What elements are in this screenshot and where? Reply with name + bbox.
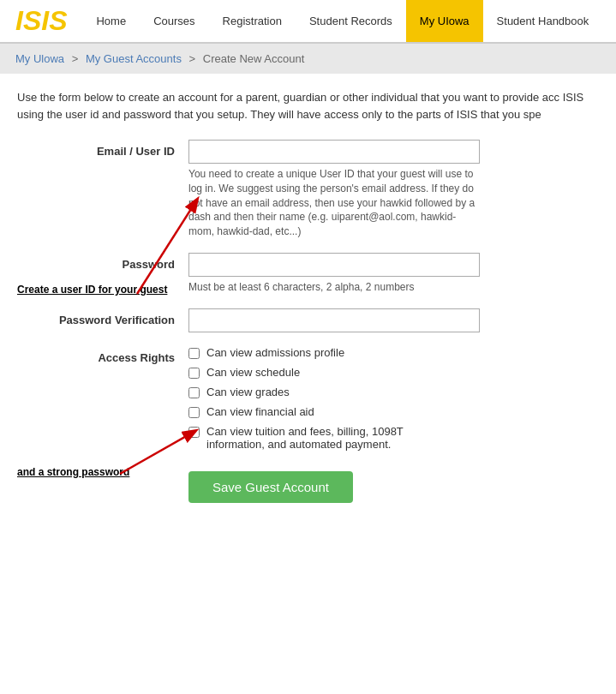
access-rights-area: Can view admissions profile Can view sch…	[188, 346, 599, 458]
password-verify-row: Password Verification	[17, 308, 599, 332]
checkbox-grades: Can view grades	[188, 386, 599, 398]
checkbox-admissions-input[interactable]	[188, 348, 200, 359]
main-nav: Home Courses Registration Student Record…	[82, 0, 602, 42]
checkbox-tuition-label: Can view tuition and fees, billing, 1098…	[206, 425, 446, 451]
nav-registration[interactable]: Registration	[209, 0, 296, 42]
password-annotation-text: and a strong password	[17, 466, 129, 478]
email-control-area: You need to create a unique User ID that…	[188, 140, 599, 239]
breadcrumb-sep2: >	[189, 52, 196, 65]
checkbox-schedule-input[interactable]	[188, 368, 200, 379]
logo: ISIS	[0, 5, 82, 37]
userid-annotation-text: Create a user ID for your guest	[17, 284, 167, 296]
checkbox-tuition: Can view tuition and fees, billing, 1098…	[188, 425, 599, 451]
password-verify-input[interactable]	[188, 308, 480, 332]
password-verify-label: Password Verification	[17, 308, 188, 326]
checkbox-grades-input[interactable]	[188, 387, 200, 398]
nav-courses[interactable]: Courses	[140, 0, 208, 42]
breadcrumb-current: Create New Account	[203, 52, 305, 65]
checkbox-admissions-label: Can view admissions profile	[206, 346, 344, 359]
email-hint: You need to create a unique User ID that…	[188, 167, 480, 239]
breadcrumb-guest-accounts[interactable]: My Guest Accounts	[86, 52, 182, 65]
email-row: Email / User ID You need to create a uni…	[17, 140, 599, 239]
breadcrumb: My Ulowa > My Guest Accounts > Create Ne…	[0, 44, 616, 74]
email-input[interactable]	[188, 140, 480, 164]
checkbox-tuition-input[interactable]	[188, 427, 200, 438]
checkbox-financial-aid-input[interactable]	[188, 407, 200, 418]
header: ISIS Home Courses Registration Student R…	[0, 0, 616, 44]
email-label: Email / User ID	[17, 140, 188, 158]
breadcrumb-myuiowa[interactable]: My Ulowa	[15, 52, 64, 65]
form-wrapper: Email / User ID You need to create a uni…	[17, 140, 599, 503]
breadcrumb-sep1: >	[72, 52, 79, 65]
nav-myuiowa[interactable]: My UIowa	[406, 0, 483, 42]
userid-annotation: Create a user ID for your guest	[17, 284, 167, 296]
password-control-area: Must be at least 6 characters, 2 alpha, …	[188, 253, 599, 295]
access-rights-row: Access Rights Can view admissions profil…	[17, 346, 599, 458]
checkbox-schedule: Can view schedule	[188, 366, 599, 379]
intro-text: Use the form below to create an account …	[17, 89, 599, 123]
save-guest-account-button[interactable]: Save Guest Account	[188, 471, 353, 503]
main-content: Use the form below to create an account …	[0, 74, 616, 518]
nav-student-handbook[interactable]: Student Handbook	[483, 0, 603, 42]
checkbox-admissions: Can view admissions profile	[188, 346, 599, 359]
nav-home[interactable]: Home	[82, 0, 140, 42]
form-actions: Save Guest Account	[188, 471, 599, 503]
password-hint: Must be at least 6 characters, 2 alpha, …	[188, 280, 480, 295]
password-annotation: and a strong password	[17, 465, 129, 478]
nav-student-records[interactable]: Student Records	[296, 0, 406, 42]
password-verify-area	[188, 308, 599, 332]
password-label: Password	[17, 253, 188, 271]
access-rights-label: Access Rights	[17, 346, 188, 364]
checkbox-grades-label: Can view grades	[206, 386, 290, 398]
checkbox-financial-aid-label: Can view financial aid	[206, 405, 314, 418]
password-input[interactable]	[188, 253, 480, 277]
checkbox-financial-aid: Can view financial aid	[188, 405, 599, 418]
checkbox-schedule-label: Can view schedule	[206, 366, 300, 379]
